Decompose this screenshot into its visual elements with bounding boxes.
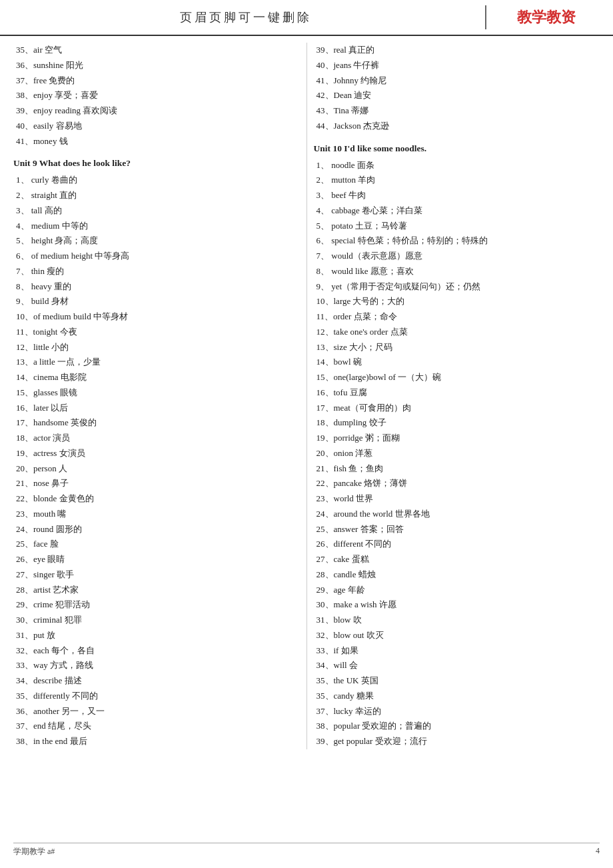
list-item: 18、dumpling 饺子 <box>314 415 600 431</box>
list-item: 28、artist 艺术家 <box>13 583 300 598</box>
list-item: 35、air 空气 <box>13 43 300 58</box>
list-item: 10、of medium build 中等身材 <box>13 309 300 325</box>
list-item: 39、real 真正的 <box>314 43 600 58</box>
list-item: 20、person 人 <box>13 461 300 477</box>
header-divider <box>485 5 486 29</box>
footer-left: 学期教学 a# <box>13 846 55 857</box>
list-item: 39、get popular 受欢迎；流行 <box>314 734 600 749</box>
list-item: 2、 mutton 羊肉 <box>314 173 600 188</box>
list-item: 35、differently 不同的 <box>13 689 300 704</box>
list-item: 31、blow 吹 <box>314 613 600 628</box>
unit9-title: Unit 9 What does he look like? <box>13 158 300 169</box>
list-item: 37、end 结尾，尽头 <box>13 719 300 734</box>
list-item: 1、 noodle 面条 <box>314 158 600 173</box>
list-item: 23、world 世界 <box>314 491 600 507</box>
right-column: 39、real 真正的40、jeans 牛仔裤41、Johnny 约翰尼42、D… <box>306 43 600 749</box>
list-item: 15、glasses 眼镜 <box>13 385 300 401</box>
list-item: 24、round 圆形的 <box>13 522 300 537</box>
list-item: 25、face 脸 <box>13 537 300 552</box>
footer-right: 4 <box>596 846 600 857</box>
list-item: 14、cinema 电影院 <box>13 370 300 385</box>
list-item: 26、different 不同的 <box>314 537 600 552</box>
list-item: 36、sunshine 阳光 <box>13 58 300 73</box>
list-item: 37、free 免费的 <box>13 73 300 89</box>
list-item: 1、 curly 卷曲的 <box>13 173 300 188</box>
list-item: 23、mouth 嘴 <box>13 507 300 522</box>
list-item: 42、Dean 迪安 <box>314 88 600 103</box>
list-item: 16、later 以后 <box>13 401 300 416</box>
list-item: 32、blow out 吹灭 <box>314 628 600 643</box>
list-item: 17、meat（可食用的）肉 <box>314 401 600 416</box>
list-item: 2、 straight 直的 <box>13 188 300 203</box>
main-content: 35、air 空气36、sunshine 阳光37、free 免费的38、enj… <box>0 43 613 749</box>
list-item: 18、actor 演员 <box>13 431 300 446</box>
list-item: 14、bowl 碗 <box>314 355 600 370</box>
list-item: 13、size 大小；尺码 <box>314 340 600 355</box>
list-item: 33、if 如果 <box>314 643 600 659</box>
list-item: 6、 special 特色菜；特价品；特别的；特殊的 <box>314 233 600 249</box>
list-item: 21、fish 鱼；鱼肉 <box>314 461 600 477</box>
header-right-text: 教学教资 <box>493 7 600 27</box>
list-item: 30、make a wish 许愿 <box>314 597 600 613</box>
list-item: 25、answer 答案；回答 <box>314 522 600 537</box>
list-item: 5、 potato 土豆；马铃薯 <box>314 219 600 234</box>
list-item: 3、 tall 高的 <box>13 203 300 219</box>
list-item: 12、little 小的 <box>13 340 300 355</box>
list-item: 39、enjoy reading 喜欢阅读 <box>13 103 300 119</box>
list-item: 30、criminal 犯罪 <box>13 613 300 628</box>
list-item: 7、 would（表示意愿）愿意 <box>314 249 600 264</box>
list-item: 27、cake 蛋糕 <box>314 552 600 567</box>
list-item: 5、 height 身高；高度 <box>13 233 300 249</box>
list-item: 27、singer 歌手 <box>13 567 300 583</box>
page-header: 页眉页脚可一键删除 教学教资 <box>0 0 613 36</box>
list-item: 32、each 每个，各自 <box>13 643 300 659</box>
list-item: 11、order 点菜；命令 <box>314 309 600 325</box>
header-left-text: 页眉页脚可一键删除 <box>13 9 478 25</box>
list-item: 28、candle 蜡烛 <box>314 567 600 583</box>
list-item: 10、large 大号的；大的 <box>314 294 600 309</box>
list-item: 35、candy 糖果 <box>314 689 600 704</box>
list-item: 29、age 年龄 <box>314 583 600 598</box>
list-item: 40、jeans 牛仔裤 <box>314 58 600 73</box>
list-item: 24、around the world 世界各地 <box>314 507 600 522</box>
list-item: 9、 yet（常用于否定句或疑问句）还；仍然 <box>314 279 600 295</box>
list-item: 7、 thin 瘦的 <box>13 264 300 279</box>
list-item: 29、crime 犯罪活动 <box>13 597 300 613</box>
list-item: 3、 beef 牛肉 <box>314 188 600 203</box>
list-item: 6、 of medium height 中等身高 <box>13 249 300 264</box>
list-item: 36、another 另一，又一 <box>13 704 300 719</box>
list-item: 15、one(large)bowl of 一（大）碗 <box>314 370 600 385</box>
list-item: 41、Johnny 约翰尼 <box>314 73 600 89</box>
list-item: 21、nose 鼻子 <box>13 476 300 491</box>
list-item: 22、blonde 金黄色的 <box>13 491 300 507</box>
list-item: 33、way 方式，路线 <box>13 658 300 673</box>
list-item: 9、 build 身材 <box>13 294 300 309</box>
list-item: 38、in the end 最后 <box>13 734 300 749</box>
list-item: 40、easily 容易地 <box>13 119 300 134</box>
list-item: 17、handsome 英俊的 <box>13 415 300 431</box>
list-item: 16、tofu 豆腐 <box>314 385 600 401</box>
page-footer: 学期教学 a# 4 <box>13 843 600 857</box>
list-item: 19、porridge 粥；面糊 <box>314 431 600 446</box>
list-item: 37、lucky 幸运的 <box>314 704 600 719</box>
list-item: 43、Tina 蒂娜 <box>314 103 600 119</box>
list-item: 34、describe 描述 <box>13 673 300 689</box>
list-item: 22、pancake 烙饼；薄饼 <box>314 476 600 491</box>
list-item: 31、put 放 <box>13 628 300 643</box>
list-item: 12、take one's order 点菜 <box>314 325 600 340</box>
list-item: 8、 heavy 重的 <box>13 279 300 295</box>
list-item: 20、onion 洋葱 <box>314 446 600 461</box>
list-item: 34、will 会 <box>314 658 600 673</box>
list-item: 8、 would like 愿意；喜欢 <box>314 264 600 279</box>
list-item: 35、the UK 英国 <box>314 673 600 689</box>
list-item: 44、Jackson 杰克逊 <box>314 119 600 134</box>
list-item: 38、enjoy 享受；喜爱 <box>13 88 300 103</box>
list-item: 13、a little 一点，少量 <box>13 355 300 370</box>
list-item: 4、 cabbage 卷心菜；洋白菜 <box>314 203 600 219</box>
list-item: 19、actress 女演员 <box>13 446 300 461</box>
list-item: 11、tonight 今夜 <box>13 325 300 340</box>
unit10-title: Unit 10 I'd like some noodles. <box>314 143 600 154</box>
list-item: 26、eye 眼睛 <box>13 552 300 567</box>
list-item: 41、money 钱 <box>13 134 300 149</box>
list-item: 38、popular 受欢迎的；普遍的 <box>314 719 600 734</box>
